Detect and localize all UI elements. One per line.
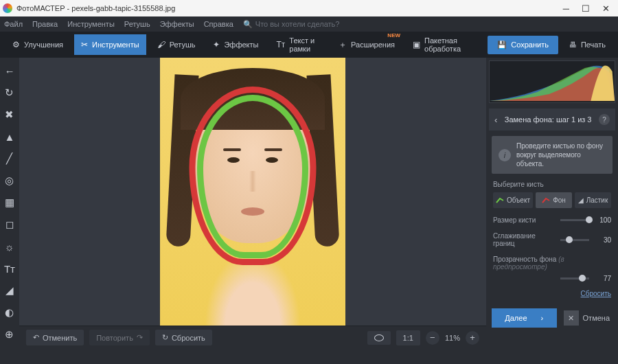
help-button[interactable]: ? xyxy=(599,114,610,125)
zoom-out-button[interactable]: − xyxy=(426,331,439,345)
window-title: ФотоМАСТЕР - pexels-gabb-tapic-3155588.j… xyxy=(16,4,563,12)
reset-icon: ↻ xyxy=(162,333,168,342)
minimize-button[interactable]: ─ xyxy=(563,3,569,14)
tab-tools[interactable]: ✂Инструменты xyxy=(74,34,146,55)
globe-icon[interactable]: ⊕ xyxy=(3,328,16,341)
info-text: Проведите кистью по фону вокруг выделяем… xyxy=(516,141,606,168)
redo-icon: ↷ xyxy=(137,333,143,342)
undo-icon: ↶ xyxy=(33,333,39,342)
size-slider[interactable] xyxy=(560,219,589,221)
brush-red-icon xyxy=(542,197,550,204)
slider-smooth: Сглаживание границ 30 xyxy=(486,228,618,251)
menu-search[interactable]: 🔍 Что вы хотели сделать? xyxy=(243,20,614,29)
brush-eraser[interactable]: ◢Ластик xyxy=(575,192,611,208)
ratio-button[interactable]: 1:1 xyxy=(396,330,420,345)
tab-retouch[interactable]: 🖌Ретушь xyxy=(150,34,203,55)
brush-background[interactable]: Фон xyxy=(536,192,572,208)
info-icon: i xyxy=(499,149,511,161)
chevron-right-icon: › xyxy=(541,314,544,322)
tab-extensions[interactable]: ＋РасширенияNEW xyxy=(332,34,402,56)
fit-icon xyxy=(374,334,384,341)
panel-header: ‹ Замена фона: шаг 1 из 3 ? xyxy=(489,109,615,130)
brush-green-icon xyxy=(496,197,504,204)
crop-icon: ✂ xyxy=(81,40,88,49)
zoom-value: 11% xyxy=(445,334,460,342)
image-canvas xyxy=(160,58,345,326)
app-logo-icon xyxy=(3,3,12,13)
text-icon: Tт xyxy=(276,40,285,49)
target-icon[interactable]: ◎ xyxy=(3,174,16,187)
blur-icon[interactable]: ◐ xyxy=(3,306,16,319)
search-icon: 🔍 xyxy=(243,20,253,29)
rotate-icon[interactable]: ↻ xyxy=(3,87,16,99)
zoom-controls: 1:1 − 11% + xyxy=(367,330,479,345)
right-panel: ‹ Замена фона: шаг 1 из 3 ? i Проведите … xyxy=(486,58,618,349)
fit-button[interactable] xyxy=(367,331,391,345)
stamp-icon[interactable]: ▲ xyxy=(3,130,16,143)
menu-file[interactable]: Файл xyxy=(4,20,23,28)
slider-size: Размер кисти 100 xyxy=(486,212,618,228)
heal-icon[interactable]: ✖ xyxy=(3,109,16,121)
plus-icon: ＋ xyxy=(339,39,347,51)
type-icon[interactable]: Tт xyxy=(3,262,16,275)
zoom-in-button[interactable]: + xyxy=(466,331,479,345)
titlebar: ФотоМАСТЕР - pexels-gabb-tapic-3155588.j… xyxy=(0,0,618,16)
save-button[interactable]: 💾Сохранить xyxy=(488,36,558,54)
vignette-icon[interactable]: ◻ xyxy=(3,218,16,231)
brush-label: Выберите кисть xyxy=(493,181,611,188)
undo-button[interactable]: ↶Отменить xyxy=(26,330,84,345)
new-badge: NEW xyxy=(387,32,400,38)
reset-link[interactable]: Сбросить xyxy=(581,290,611,297)
info-box: i Проведите кистью по фону вокруг выделя… xyxy=(492,136,613,174)
menubar: Файл Правка Инструменты Ретушь Эффекты С… xyxy=(0,16,618,32)
next-button[interactable]: Далее› xyxy=(492,308,557,328)
tab-effects[interactable]: ✦Эффекты xyxy=(206,34,265,55)
wand-icon: ✦ xyxy=(213,40,220,49)
tab-text[interactable]: TтТекст и рамки xyxy=(269,31,328,58)
print-button[interactable]: 🖶Печать xyxy=(562,36,613,54)
brush-object[interactable]: Объект xyxy=(493,192,533,208)
histogram xyxy=(489,60,615,103)
opacity-slider[interactable] xyxy=(560,277,589,280)
tab-batch[interactable]: ▣Пакетная обработка xyxy=(406,31,479,58)
tab-enhance[interactable]: ⚙Улучшения xyxy=(5,34,70,55)
print-icon: 🖶 xyxy=(569,41,577,49)
slider-opacity: Прозрачность фона (в предпросмотре) xyxy=(486,251,618,275)
grid-icon[interactable]: ▦ xyxy=(3,196,16,209)
eraser-icon: ◢ xyxy=(578,196,584,204)
toolbar: ⚙Улучшения ✂Инструменты 🖌Ретушь ✦Эффекты… xyxy=(0,32,618,58)
menu-edit[interactable]: Правка xyxy=(32,20,58,28)
maximize-button[interactable]: ☐ xyxy=(582,3,590,14)
save-icon: 💾 xyxy=(497,41,507,49)
menu-help[interactable]: Справка xyxy=(204,20,233,28)
reset-button[interactable]: ↻Сбросить xyxy=(155,330,212,345)
left-toolbar: ← ↻ ✖ ▲ ╱ ◎ ▦ ◻ ☼ Tт ◢ ◐ ⊕ xyxy=(0,58,19,349)
sliders-icon: ⚙ xyxy=(12,40,20,49)
pencil-icon[interactable]: ╱ xyxy=(3,152,16,165)
panel-back-button[interactable]: ‹ xyxy=(494,115,497,125)
cancel-button[interactable]: ✕Отмена xyxy=(561,308,613,328)
bottombar: ↶Отменить Повторить↷ ↻Сбросить 1:1 − 11%… xyxy=(19,326,486,349)
sun-icon[interactable]: ☼ xyxy=(3,240,16,253)
object-marker xyxy=(197,95,308,258)
panel-title: Замена фона: шаг 1 из 3 xyxy=(503,115,593,124)
menu-effects[interactable]: Эффекты xyxy=(160,20,194,28)
bucket-icon[interactable]: ◢ xyxy=(3,284,16,297)
close-icon: ✕ xyxy=(564,310,579,326)
brush-icon: 🖌 xyxy=(157,40,165,49)
canvas-area[interactable] xyxy=(19,58,486,326)
menu-retouch[interactable]: Ретушь xyxy=(124,20,150,28)
close-button[interactable]: ✕ xyxy=(602,3,610,14)
redo-button[interactable]: Повторить↷ xyxy=(89,330,150,345)
smooth-slider[interactable] xyxy=(560,239,589,241)
menu-tools[interactable]: Инструменты xyxy=(67,20,115,28)
back-arrow-icon[interactable]: ← xyxy=(3,65,16,77)
stack-icon: ▣ xyxy=(413,40,420,49)
search-placeholder: Что вы хотели сделать? xyxy=(255,20,340,28)
